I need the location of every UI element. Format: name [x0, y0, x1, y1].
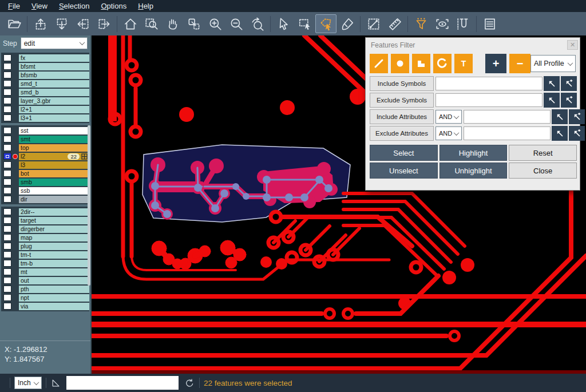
feature-type-text-icon[interactable]: T	[454, 54, 473, 73]
clear-brush-icon[interactable]	[336, 14, 358, 33]
feature-type-line-icon[interactable]	[370, 54, 388, 73]
include-attributes-operator-select[interactable]: AND	[435, 110, 462, 124]
layer-checkbox-2dir--[interactable]	[3, 208, 11, 215]
layer-name[interactable]: smb	[19, 179, 89, 186]
layer-row-tm-b[interactable]: tm-b	[2, 259, 89, 267]
menu-item-file[interactable]: File	[2, 0, 26, 12]
exclude-symbols-input[interactable]	[435, 93, 543, 107]
layer-row-l3[interactable]: l3	[2, 161, 89, 169]
profile-select[interactable]: All Profile	[530, 55, 576, 72]
layer-name[interactable]: npt	[19, 294, 89, 302]
exclude-attributes-operator-select[interactable]: AND	[435, 126, 462, 140]
layer-name[interactable]: l3	[19, 161, 89, 169]
layer-name[interactable]: plug	[19, 243, 89, 250]
pick-from-canvas-icon[interactable]	[544, 76, 560, 91]
layer-row-out[interactable]: out	[2, 276, 89, 284]
layer-checkbox-sst[interactable]	[3, 127, 11, 134]
layer-checkbox-smt[interactable]	[3, 136, 11, 142]
layer-name[interactable]: layer_3.gbr	[19, 97, 89, 105]
layer-checkbox-fx[interactable]	[3, 54, 11, 61]
exclude-attributes-button[interactable]: Exclude Attributes	[370, 126, 434, 141]
select-polygon-icon[interactable]	[315, 14, 336, 33]
layer-row-target[interactable]: target	[2, 216, 89, 224]
layer-checkbox-mt[interactable]	[3, 268, 11, 275]
snap-magnet-icon[interactable]	[453, 14, 474, 33]
layer-checkbox-target[interactable]	[3, 217, 11, 224]
layer-checkbox-l3[interactable]	[3, 161, 11, 168]
layer-row-layer_3.gbr[interactable]: layer_3.gbr	[2, 97, 89, 105]
layer-name[interactable]: via	[19, 303, 89, 310]
include-symbols-button[interactable]: Include Symbols	[370, 76, 434, 91]
include-attributes-button[interactable]: Include Attributes	[370, 109, 434, 124]
layer-checkbox-smd_t[interactable]	[3, 80, 11, 87]
layer-row-l3+1[interactable]: l3+1	[2, 114, 89, 122]
select-rectangle-icon[interactable]	[294, 14, 315, 33]
layer-checkbox-npt[interactable]	[3, 294, 11, 301]
layer-checkbox-tm-b[interactable]	[3, 260, 11, 267]
unselect-button[interactable]: Unselect	[370, 163, 438, 179]
layer-checkbox-l2[interactable]	[3, 153, 11, 160]
layer-checkbox-bfsmb[interactable]	[3, 72, 11, 78]
measure-distance-icon[interactable]	[363, 14, 384, 33]
layer-name[interactable]: dir	[19, 196, 89, 203]
layer-row-via[interactable]: via	[2, 302, 89, 310]
layer-row-smt[interactable]: smt	[2, 135, 89, 143]
shift-view-up-icon[interactable]	[30, 14, 51, 33]
layer-row-2dir--[interactable]: 2dir--	[2, 208, 89, 216]
layer-checkbox-l2+1[interactable]	[3, 106, 11, 113]
include-symbols-input[interactable]	[435, 77, 543, 90]
layer-row-l2[interactable]: l222	[2, 152, 89, 160]
layer-checkbox-smd_b[interactable]	[3, 89, 11, 96]
layer-row-dirgerber[interactable]: dirgerber	[2, 225, 89, 233]
layer-name[interactable]: bfsmt	[19, 63, 89, 70]
layer-name[interactable]: sst	[19, 127, 89, 134]
include-attributes-input[interactable]	[464, 110, 551, 124]
zoom-in-icon[interactable]	[204, 14, 225, 33]
zoom-previous-icon[interactable]	[247, 14, 268, 33]
add-filter-button[interactable]: +	[485, 54, 506, 73]
layer-row-map[interactable]: map	[2, 233, 89, 241]
zoom-out-icon[interactable]	[225, 14, 247, 33]
highlight-button[interactable]: Highlight	[440, 145, 508, 161]
layer-name[interactable]: out	[19, 277, 89, 284]
shift-view-down-icon[interactable]	[51, 14, 72, 33]
layer-checkbox-dir[interactable]	[3, 196, 11, 203]
layer-row-smd_b[interactable]: smd_b	[2, 88, 89, 96]
feature-type-surface-icon[interactable]	[412, 54, 430, 73]
pick-add-from-canvas-icon[interactable]	[561, 93, 577, 108]
zoom-selection-icon[interactable]	[183, 14, 204, 33]
pick-from-canvas-icon[interactable]	[552, 109, 568, 124]
layer-checkbox-l3+1[interactable]	[3, 114, 11, 121]
feature-type-pad-icon[interactable]	[391, 54, 409, 73]
layer-checkbox-ssb[interactable]	[3, 187, 11, 194]
layers-form-icon[interactable]	[479, 14, 500, 33]
measure-ruler-icon[interactable]	[384, 14, 405, 33]
command-input[interactable]	[66, 376, 179, 390]
pick-from-canvas-icon[interactable]	[552, 126, 568, 141]
remove-filter-button[interactable]: −	[509, 54, 530, 73]
layer-name[interactable]: bot	[19, 170, 89, 177]
layer-name[interactable]: smd_b	[19, 89, 89, 96]
step-select[interactable]: edit	[21, 37, 88, 49]
reset-button[interactable]: Reset	[509, 145, 577, 161]
layer-row-pth[interactable]: pth	[2, 285, 89, 293]
layer-name[interactable]: tm-t	[19, 251, 89, 259]
layer-row-sst[interactable]: sst	[2, 126, 89, 134]
menu-item-view[interactable]: View	[26, 0, 53, 12]
layer-name[interactable]: map	[19, 234, 89, 241]
layer-name[interactable]: smt	[19, 136, 89, 143]
menu-item-options[interactable]: Options	[95, 0, 132, 12]
layer-list-scrollbar[interactable]	[88, 125, 90, 286]
pick-add-from-canvas-icon[interactable]	[569, 126, 585, 141]
layer-name[interactable]: pth	[19, 286, 89, 293]
layer-checkbox-bfsmt[interactable]	[3, 63, 11, 70]
layer-checkbox-layer_3.gbr[interactable]	[3, 97, 11, 104]
unhighlight-button[interactable]: Unhighlight	[440, 163, 508, 179]
open-file-icon[interactable]	[3, 14, 25, 33]
pick-add-from-canvas-icon[interactable]	[569, 109, 585, 124]
features-filter-icon[interactable]	[410, 14, 431, 33]
layer-row-tm-t[interactable]: tm-t	[2, 251, 89, 259]
select-pointer-icon[interactable]	[273, 14, 294, 33]
layer-row-fx[interactable]: fx	[2, 54, 89, 62]
layer-name[interactable]: l3+1	[19, 114, 89, 122]
